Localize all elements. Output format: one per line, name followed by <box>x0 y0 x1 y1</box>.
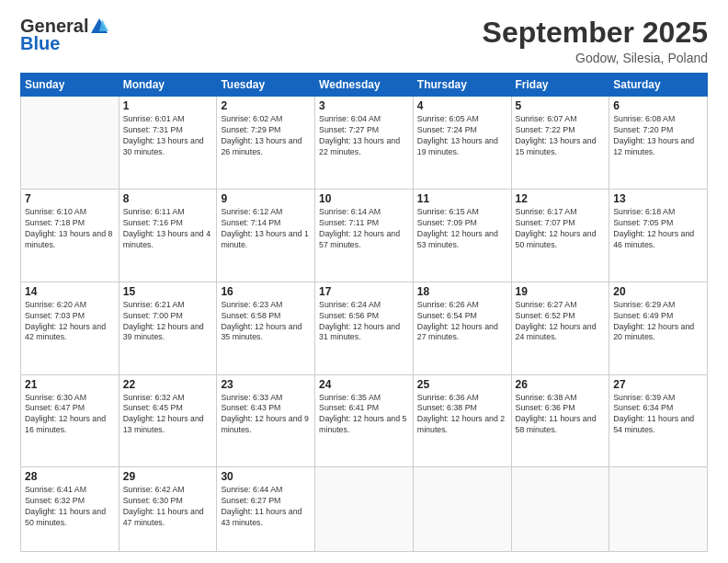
col-monday: Monday <box>119 74 217 97</box>
table-row: 1 Sunrise: 6:01 AM Sunset: 7:31 PM Dayli… <box>119 97 217 190</box>
title-block: September 2025 Godow, Silesia, Poland <box>483 17 708 65</box>
logo-general-text: General <box>20 17 88 35</box>
day-number: 2 <box>221 99 311 112</box>
day-info: Sunrise: 6:02 AM Sunset: 7:29 PM Dayligh… <box>221 114 311 158</box>
day-number: 12 <box>516 192 606 205</box>
day-info: Sunrise: 6:17 AM Sunset: 7:07 PM Dayligh… <box>516 207 606 251</box>
day-info: Sunrise: 6:42 AM Sunset: 6:30 PM Dayligh… <box>123 485 213 529</box>
col-friday: Friday <box>511 74 609 97</box>
day-number: 30 <box>221 470 311 483</box>
day-number: 13 <box>613 192 703 205</box>
table-row: 23 Sunrise: 6:33 AM Sunset: 6:43 PM Dayl… <box>217 374 315 467</box>
day-info: Sunrise: 6:05 AM Sunset: 7:24 PM Dayligh… <box>417 114 507 158</box>
day-number: 3 <box>319 99 409 112</box>
table-row: 11 Sunrise: 6:15 AM Sunset: 7:09 PM Dayl… <box>413 189 511 282</box>
day-number: 1 <box>123 99 213 112</box>
day-info: Sunrise: 6:21 AM Sunset: 7:00 PM Dayligh… <box>123 300 213 344</box>
day-info: Sunrise: 6:33 AM Sunset: 6:43 PM Dayligh… <box>221 393 311 437</box>
table-row <box>315 467 414 552</box>
week-row-1: 1 Sunrise: 6:01 AM Sunset: 7:31 PM Dayli… <box>21 97 708 190</box>
day-info: Sunrise: 6:29 AM Sunset: 6:49 PM Dayligh… <box>613 300 703 344</box>
logo-icon <box>89 17 109 34</box>
day-info: Sunrise: 6:44 AM Sunset: 6:27 PM Dayligh… <box>221 485 311 529</box>
day-number: 9 <box>221 192 311 205</box>
table-row: 20 Sunrise: 6:29 AM Sunset: 6:49 PM Dayl… <box>609 282 708 374</box>
col-sunday: Sunday <box>21 74 119 97</box>
day-number: 11 <box>417 192 507 205</box>
table-row: 4 Sunrise: 6:05 AM Sunset: 7:24 PM Dayli… <box>413 97 511 190</box>
table-row <box>21 97 119 190</box>
day-number: 27 <box>613 378 703 391</box>
month-title: September 2025 <box>483 17 708 49</box>
day-number: 18 <box>417 285 507 298</box>
day-number: 7 <box>25 192 115 205</box>
table-row: 21 Sunrise: 6:30 AM Sunset: 6:47 PM Dayl… <box>21 374 119 467</box>
day-number: 20 <box>613 285 703 298</box>
week-row-2: 7 Sunrise: 6:10 AM Sunset: 7:18 PM Dayli… <box>21 189 708 282</box>
table-row: 13 Sunrise: 6:18 AM Sunset: 7:05 PM Dayl… <box>609 189 708 282</box>
col-saturday: Saturday <box>609 74 708 97</box>
week-row-4: 21 Sunrise: 6:30 AM Sunset: 6:47 PM Dayl… <box>21 374 708 467</box>
table-row: 8 Sunrise: 6:11 AM Sunset: 7:16 PM Dayli… <box>119 189 217 282</box>
day-number: 5 <box>516 99 606 112</box>
table-row: 9 Sunrise: 6:12 AM Sunset: 7:14 PM Dayli… <box>217 189 315 282</box>
table-row: 27 Sunrise: 6:39 AM Sunset: 6:34 PM Dayl… <box>609 374 708 467</box>
table-row: 24 Sunrise: 6:35 AM Sunset: 6:41 PM Dayl… <box>315 374 414 467</box>
table-row: 26 Sunrise: 6:38 AM Sunset: 6:36 PM Dayl… <box>511 374 609 467</box>
day-info: Sunrise: 6:32 AM Sunset: 6:45 PM Dayligh… <box>123 393 213 437</box>
table-row <box>609 467 708 552</box>
logo-blue-text: Blue <box>20 33 60 54</box>
day-number: 17 <box>319 285 409 298</box>
day-number: 25 <box>417 378 507 391</box>
day-info: Sunrise: 6:24 AM Sunset: 6:56 PM Dayligh… <box>319 300 409 344</box>
day-info: Sunrise: 6:30 AM Sunset: 6:47 PM Dayligh… <box>25 393 115 437</box>
page: General Blue September 2025 Godow, Siles… <box>0 0 728 563</box>
day-info: Sunrise: 6:27 AM Sunset: 6:52 PM Dayligh… <box>516 300 606 344</box>
table-row: 3 Sunrise: 6:04 AM Sunset: 7:27 PM Dayli… <box>315 97 414 190</box>
day-number: 29 <box>123 470 213 483</box>
table-row <box>413 467 511 552</box>
table-row: 2 Sunrise: 6:02 AM Sunset: 7:29 PM Dayli… <box>217 97 315 190</box>
table-row: 25 Sunrise: 6:36 AM Sunset: 6:38 PM Dayl… <box>413 374 511 467</box>
day-info: Sunrise: 6:12 AM Sunset: 7:14 PM Dayligh… <box>221 207 311 251</box>
table-row: 29 Sunrise: 6:42 AM Sunset: 6:30 PM Dayl… <box>119 467 217 552</box>
table-row: 7 Sunrise: 6:10 AM Sunset: 7:18 PM Dayli… <box>21 189 119 282</box>
day-number: 14 <box>25 285 115 298</box>
table-row: 5 Sunrise: 6:07 AM Sunset: 7:22 PM Dayli… <box>511 97 609 190</box>
day-number: 26 <box>516 378 606 391</box>
day-info: Sunrise: 6:41 AM Sunset: 6:32 PM Dayligh… <box>25 485 115 529</box>
table-row: 19 Sunrise: 6:27 AM Sunset: 6:52 PM Dayl… <box>511 282 609 374</box>
day-info: Sunrise: 6:14 AM Sunset: 7:11 PM Dayligh… <box>319 207 409 251</box>
day-number: 21 <box>25 378 115 391</box>
day-number: 8 <box>123 192 213 205</box>
day-info: Sunrise: 6:10 AM Sunset: 7:18 PM Dayligh… <box>25 207 115 251</box>
table-row: 16 Sunrise: 6:23 AM Sunset: 6:58 PM Dayl… <box>217 282 315 374</box>
day-info: Sunrise: 6:11 AM Sunset: 7:16 PM Dayligh… <box>123 207 213 251</box>
day-info: Sunrise: 6:23 AM Sunset: 6:58 PM Dayligh… <box>221 300 311 344</box>
day-number: 23 <box>221 378 311 391</box>
day-number: 19 <box>516 285 606 298</box>
day-info: Sunrise: 6:15 AM Sunset: 7:09 PM Dayligh… <box>417 207 507 251</box>
day-info: Sunrise: 6:04 AM Sunset: 7:27 PM Dayligh… <box>319 114 409 158</box>
location: Godow, Silesia, Poland <box>483 51 708 65</box>
logo: General Blue <box>20 17 109 54</box>
col-thursday: Thursday <box>413 74 511 97</box>
table-row: 12 Sunrise: 6:17 AM Sunset: 7:07 PM Dayl… <box>511 189 609 282</box>
day-info: Sunrise: 6:01 AM Sunset: 7:31 PM Dayligh… <box>123 114 213 158</box>
day-info: Sunrise: 6:35 AM Sunset: 6:41 PM Dayligh… <box>319 393 409 437</box>
table-row: 22 Sunrise: 6:32 AM Sunset: 6:45 PM Dayl… <box>119 374 217 467</box>
table-row: 17 Sunrise: 6:24 AM Sunset: 6:56 PM Dayl… <box>315 282 414 374</box>
calendar-header-row: Sunday Monday Tuesday Wednesday Thursday… <box>21 74 708 97</box>
table-row: 30 Sunrise: 6:44 AM Sunset: 6:27 PM Dayl… <box>217 467 315 552</box>
table-row: 28 Sunrise: 6:41 AM Sunset: 6:32 PM Dayl… <box>21 467 119 552</box>
table-row: 10 Sunrise: 6:14 AM Sunset: 7:11 PM Dayl… <box>315 189 414 282</box>
day-number: 4 <box>417 99 507 112</box>
day-info: Sunrise: 6:39 AM Sunset: 6:34 PM Dayligh… <box>613 393 703 437</box>
day-number: 6 <box>613 99 703 112</box>
day-number: 16 <box>221 285 311 298</box>
table-row: 14 Sunrise: 6:20 AM Sunset: 7:03 PM Dayl… <box>21 282 119 374</box>
header: General Blue September 2025 Godow, Siles… <box>20 17 708 65</box>
table-row <box>511 467 609 552</box>
week-row-5: 28 Sunrise: 6:41 AM Sunset: 6:32 PM Dayl… <box>21 467 708 552</box>
table-row: 18 Sunrise: 6:26 AM Sunset: 6:54 PM Dayl… <box>413 282 511 374</box>
